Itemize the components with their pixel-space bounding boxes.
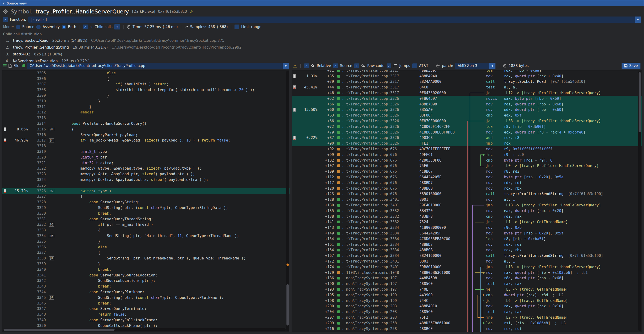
source-line-row[interactable]: 3329 SendString( ptr, (const char*)ptr, … — [2, 205, 290, 211]
child-calls-label[interactable]: Child calls — [94, 25, 112, 29]
assembly-row[interactable]: +92..t\TracyProfiler.hpp:67649C7C1FFFFFF… — [292, 146, 642, 152]
source-line-row[interactable]: 0.66%3315@7 { — [2, 126, 290, 132]
child-call-entry[interactable]: 4.KeSynchronizeExecution125 µs (0.27%) — [3, 58, 641, 62]
assembly-row[interactable]: +174..t\TracyProfiler.cpp:3401E9B8010000… — [292, 264, 642, 270]
source-line-row[interactable]: 3348 return false; — [2, 312, 290, 317]
source-location[interactable]: ..t\TracyProfiler.hpp:676 — [337, 164, 420, 168]
assembly-row[interactable]: +66..t\TracyProfiler.cpp:33260F87CE06000… — [292, 118, 642, 124]
source-line-row[interactable]: 3313 — [2, 115, 290, 121]
source-location[interactable]: ..t\TracyProfiler.cpp:3326 — [337, 108, 420, 112]
source-location[interactable]: ..t\TracyProfiler.cpp:3326 — [337, 136, 420, 140]
source-line-row[interactable]: 3308 std::this_thread::sleep_for( std::c… — [2, 87, 290, 93]
assembly-row[interactable]: +143..t\TracyProfiler.cpp:333441B90B0000… — [292, 225, 642, 230]
assembly-row[interactable]: +90..t\TracyProfiler.cpp:3326FFE1jmprcx — [292, 141, 642, 146]
child-call-entry[interactable]: 3.stat64i32625 µs (1.36%) — [3, 51, 641, 58]
assembly-row[interactable]: +190..mon\TracySystem.cpp:1974885C0testr… — [292, 281, 642, 287]
source-location[interactable]: ..t\TracyProfiler.cpp:3326 — [337, 119, 420, 123]
limit-range-label[interactable]: Limit range — [241, 25, 262, 29]
jumps-checkbox[interactable]: ✓ — [386, 63, 391, 68]
assembly-row[interactable]: +186..mon\TracySystem.cpp:197448B4598mov… — [292, 275, 642, 281]
source-line-row[interactable]: 3312 #endif — [2, 110, 290, 115]
assembly-row[interactable]: +172..t\TracyProfiler.cpp:3401B001moval,… — [292, 259, 642, 264]
source-line-row[interactable]: 3334@6 SendString( ptr, "Main thread", 1… — [2, 233, 290, 239]
source-location[interactable]: ..t\TracyProfiler.cpp:3334 — [337, 225, 420, 230]
source-line-row[interactable]: 3338@1 SendString( ptr, GetThreadName( p… — [2, 255, 290, 261]
source-location[interactable]: ..t\TracyProfiler.cpp:3401 — [337, 259, 420, 263]
assembly-row[interactable]: +216..mon\TracySystem.cpp:258488BCEmovrc… — [292, 326, 642, 332]
assembly-row[interactable]: +128..t\TracyProfiler.cpp:3401B001moval,… — [292, 197, 642, 202]
source-line-row[interactable]: 3336 else — [2, 244, 290, 250]
source-location[interactable]: ..t\TracyProfiler.hpp:676 — [337, 158, 420, 163]
assembly-row[interactable]: +198..mon\TracySystem.cpp:199744Cje.L6 -… — [292, 298, 642, 304]
assembly-row[interactable]: +39..t\TracyProfiler.cpp:3317E824AA0000c… — [292, 79, 642, 85]
source-line-row[interactable]: 3310 } — [2, 98, 290, 104]
microarch-combo[interactable]: AMD Zen 3 ▼ — [455, 63, 496, 69]
source-location[interactable]: ..t\TracyProfiler.cpp:3401 — [337, 197, 420, 202]
source-location[interactable]: ..t\TracyProfiler.cpp:3326 — [337, 141, 420, 146]
source-line-row[interactable]: 3325 — [2, 182, 290, 188]
assembly-row[interactable]: 15.50%+60..t\TracyProfiler.cpp:33268B55A… — [292, 107, 642, 113]
assembly-row[interactable]: +204..mon\TracySystem.cpp:2034885C0testr… — [292, 309, 642, 315]
source-vertical-scrollbar[interactable] — [286, 71, 289, 331]
relative-label[interactable]: Relative — [317, 64, 331, 68]
source-line-row[interactable]: 3343 break; — [2, 284, 290, 289]
source-line-row[interactable]: 3323 memcpy( &ptr, &payload.ptr, sizeof(… — [2, 171, 290, 177]
assembly-row[interactable]: +99..t\TracyProfiler.hpp:67649FFC1incr9 … — [292, 152, 642, 158]
source-line-row[interactable]: 3320 uint64_t ptr; — [2, 155, 290, 160]
assembly-row[interactable]: +200..mon\TracySystem.cpp:203488B4010mov… — [292, 303, 642, 309]
source-location[interactable]: ..t\TracyProfiler.cpp:3334 — [337, 254, 420, 258]
source-location[interactable]: ..t\TracyProfiler.hpp:676 — [337, 169, 420, 173]
source-location[interactable]: ..t\TracyProfiler.cpp:3326 — [337, 125, 420, 129]
source-location[interactable]: ..mon\TracySystem.cpp:197 — [337, 282, 420, 286]
assembly-row[interactable]: +112..t\TracyProfiler.hpp:676C64424205Em… — [292, 174, 642, 180]
source-location[interactable]: ..t\TracyProfiler.hpp:676 — [337, 181, 420, 185]
assembly-row[interactable]: +141..t\TracyProfiler.cpp:33327524jne.L1… — [292, 219, 642, 225]
assembly-row[interactable]: +207..mon\TracySystem.cpp:20375F2jne.L2 … — [292, 315, 642, 320]
assembly-row[interactable]: +193..mon\TracySystem.cpp:197740Eje.L3 -… — [292, 287, 642, 292]
source-location[interactable]: ..mon\TracySystem.cpp:203 — [337, 304, 420, 308]
source-line-row[interactable]: 3314 bool Profiler::HandleServerQuery() — [2, 121, 290, 126]
assembly-row[interactable]: +56..t\TracyProfiler.cpp:3326488B7D98mov… — [292, 101, 642, 107]
source-location[interactable]: ..mon\TracySystem.cpp:203 — [337, 310, 420, 314]
source-location[interactable]: ..t\TracyProfiler.hpp:676 — [337, 147, 420, 151]
assembly-row[interactable]: +161..t\TracyProfiler.cpp:3334488BD7movr… — [292, 242, 642, 247]
function-checkbox[interactable]: ✓ — [3, 17, 8, 22]
source-location[interactable]: ..t\TracyProfiler.cpp:3317 — [337, 74, 420, 78]
propagate-up-button[interactable]: ↑ — [114, 24, 120, 29]
source-line-row[interactable]: 3332@3 if( ptr == m_mainThread ) — [2, 222, 290, 228]
source-location[interactable]: ..t\TracyProfiler.cpp:3332 — [337, 214, 420, 219]
mode-source-label[interactable]: Source — [22, 25, 34, 29]
highlight-position-marker[interactable] — [286, 263, 289, 266]
file-combo[interactable]: C:\Users\wolf\Desktop\darkrl\contrib\tra… — [27, 63, 289, 69]
source-location[interactable]: ..mon\TracySystem.cpp:197 — [337, 287, 420, 292]
source-location[interactable]: ..t\TracyProfiler.cpp:3326 — [337, 130, 420, 135]
jumps-label[interactable]: Jumps — [399, 64, 410, 68]
source-checkbox[interactable]: ✓ — [333, 63, 338, 68]
function-combo[interactable]: [ - self - ] ▼ — [28, 16, 641, 23]
titlebar[interactable]: ▼ Source view — [0, 0, 644, 6]
source-line-row[interactable]: 3321 uint32_t extra; — [2, 160, 290, 166]
assembly-row[interactable]: +135..t\TracyProfiler.cpp:33328B4320move… — [292, 208, 642, 214]
assembly-row[interactable]: 1.31%+35..t\TracyProfiler.cpp:3317488B49… — [292, 73, 642, 79]
source-location[interactable]: ..1103\include\atomic:1048 — [337, 271, 420, 275]
source-line-row[interactable]: 3328 case ServerQueryString: — [2, 199, 290, 205]
assembly-row[interactable]: +117..t\TracyProfiler.hpp:676488BD7movrd… — [292, 180, 642, 186]
source-location[interactable]: ..mon\TracySystem.cpp:197 — [337, 276, 420, 280]
source-location[interactable]: ..mon\TracySystem.cpp:199 — [337, 293, 420, 297]
file-list-icon[interactable] — [3, 64, 6, 67]
assembly-row[interactable]: +63..t\TracyProfiler.cpp:332683F80Fcmpea… — [292, 113, 642, 118]
source-location[interactable]: ..t\TracyProfiler.cpp:3401 — [337, 265, 420, 269]
child-calls-checkbox[interactable]: ✓ — [83, 24, 88, 29]
assembly-row[interactable]: +149..t\TracyProfiler.cpp:3334C64424205F… — [292, 230, 642, 236]
source-line-row[interactable]: 3309 } — [2, 93, 290, 98]
source-line-row[interactable]: 3307 if( shouldExit ) return; — [2, 82, 290, 87]
source-location[interactable]: ..t\TracyProfiler.cpp:3334 — [337, 231, 420, 235]
assembly-row[interactable]: +209..mon\TracySystem.cpp:258488D35E8861… — [292, 320, 642, 326]
assembly-row[interactable]: +167..t\TracyProfiler.cpp:3334E824160000… — [292, 253, 642, 259]
relative-checkbox[interactable]: ✓ — [304, 63, 309, 68]
source-vertical-scroll-thumb[interactable] — [286, 284, 289, 326]
assembly-row[interactable]: +164..t\TracyProfiler.cpp:3334488BCBmovr… — [292, 247, 642, 253]
source-line-row[interactable]: 3306 { — [2, 76, 290, 82]
source-line-row[interactable]: 46.93%3317@5 if( !m_sock->Read( &payload… — [2, 138, 290, 144]
source-location[interactable]: ..t\TracyProfiler.cpp:3326 — [337, 102, 420, 106]
